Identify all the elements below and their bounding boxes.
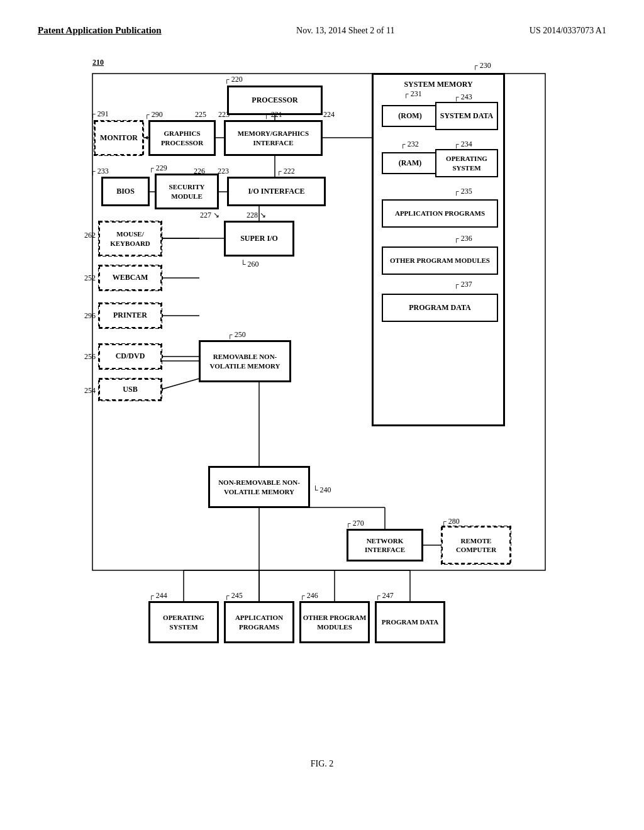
- remote-computer-box: REMOTE COMPUTER: [441, 526, 511, 564]
- ref-237-label: ┌ 237: [454, 280, 472, 289]
- program-data-box: PROGRAM DATA: [382, 294, 498, 322]
- ref-227-label: 227 ↘: [200, 211, 219, 220]
- program-data-bottom-box: PROGRAM DATA: [375, 602, 445, 643]
- ref-222-label: ┌ 222: [277, 167, 295, 176]
- ref-228-label: 228 ↘: [247, 211, 266, 220]
- removable-nonvolatile-box: REMOVABLE NON-VOLATILE MEMORY: [199, 341, 291, 382]
- ref-236-label: ┌ 236: [454, 234, 472, 243]
- memory-graphics-interface-box: MEMORY/GRAPHICS INTERFACE: [225, 121, 322, 155]
- svg-marker-64: [145, 136, 148, 140]
- rom-box: (ROM): [382, 105, 438, 127]
- ref-229-label: ┌ 229: [149, 163, 167, 173]
- date-sheet-label: Nov. 13, 2014 Sheet 2 of 11: [296, 26, 394, 36]
- ref-235-label: ┌ 235: [454, 187, 472, 196]
- os-bottom-box: OPERATING SYSTEM: [149, 602, 218, 643]
- usb-box: USB: [99, 379, 162, 401]
- ref-244-label: ┌ 244: [149, 591, 167, 600]
- ref-223b-label: 223: [218, 167, 229, 176]
- cddvd-box: CD/DVD: [99, 344, 162, 369]
- ref-240-label: └ 240: [313, 485, 331, 495]
- app-bottom-box: APPLICATION PROGRAMS: [225, 602, 294, 643]
- ref-234-label: ┌ 234: [454, 140, 472, 149]
- ref-260-label: └ 260: [240, 260, 259, 269]
- network-interface-box: NETWORK INTERFACE: [347, 529, 423, 561]
- graphics-processor-box: GRAPHICS PROCESSOR: [149, 121, 215, 155]
- ref-233-label: ┌ 233: [91, 167, 109, 176]
- ref-254-label: 254: [84, 386, 96, 396]
- mouse-keyboard-box: MOUSE/ KEYBOARD: [99, 221, 162, 256]
- operating-system-box: OPERATING SYSTEM: [435, 149, 498, 177]
- ref-290-label: ┌ 290: [145, 110, 163, 119]
- ref-243-label: ┌ 243: [454, 92, 472, 102]
- ref-223a-label: 223: [218, 110, 230, 119]
- ref-256-label: 256: [84, 352, 96, 362]
- ref-246-label: ┌ 246: [300, 591, 318, 600]
- ref-250-label: ┌ 250: [228, 330, 246, 340]
- printer-box: PRINTER: [99, 303, 162, 328]
- ref-231-label: ┌ 231: [404, 89, 422, 99]
- ref-221-label: ┌ 221: [264, 110, 282, 119]
- ref-270-label: ┌ 270: [346, 519, 364, 528]
- webcam-box: WEBCAM: [99, 265, 162, 290]
- non-removable-nonvolatile-box: NON-REMOVABLE NON-VOLATILE MEMORY: [209, 467, 309, 507]
- ref-220-label: ┌ 220: [225, 75, 243, 84]
- other-program-modules-box: OTHER PROGRAM MODULES: [382, 246, 498, 275]
- super-io-box: SUPER I/O: [225, 221, 294, 256]
- ref-291-label: ┌ 291: [91, 109, 109, 119]
- system-data-box: SYSTEM DATA: [435, 102, 498, 130]
- ref-224-label: 224: [323, 110, 335, 119]
- security-module-box: SECURITY MODULE: [155, 174, 218, 209]
- bios-box: BIOS: [102, 177, 149, 206]
- ref-245-label: ┌ 245: [225, 591, 243, 600]
- io-interface-box: I/O INTERFACE: [228, 177, 325, 206]
- other-bottom-box: OTHER PROGRAM MODULES: [300, 602, 369, 643]
- monitor-box: MONITOR: [94, 121, 143, 155]
- ref-230-label: ┌ 230: [473, 61, 491, 70]
- ref-232-label: ┌ 232: [401, 140, 419, 149]
- figure-caption: FIG. 2: [38, 759, 606, 769]
- ref-252-label: 252: [84, 274, 96, 283]
- ref-210-label: 210: [92, 58, 104, 67]
- ref-247-label: ┌ 247: [375, 591, 394, 600]
- application-programs-box: APPLICATION PROGRAMS: [382, 199, 498, 228]
- patent-publication-label: Patent Application Publication: [38, 25, 162, 36]
- patent-number-label: US 2014/0337073 A1: [530, 26, 606, 36]
- ref-296-label: 296: [84, 311, 96, 321]
- ref-225-label: 225: [195, 110, 206, 119]
- ref-280-label: ┌ 280: [441, 517, 460, 526]
- ref-262-label: 262: [84, 231, 96, 240]
- ram-box: (RAM): [382, 152, 438, 174]
- svg-line-43: [162, 379, 199, 389]
